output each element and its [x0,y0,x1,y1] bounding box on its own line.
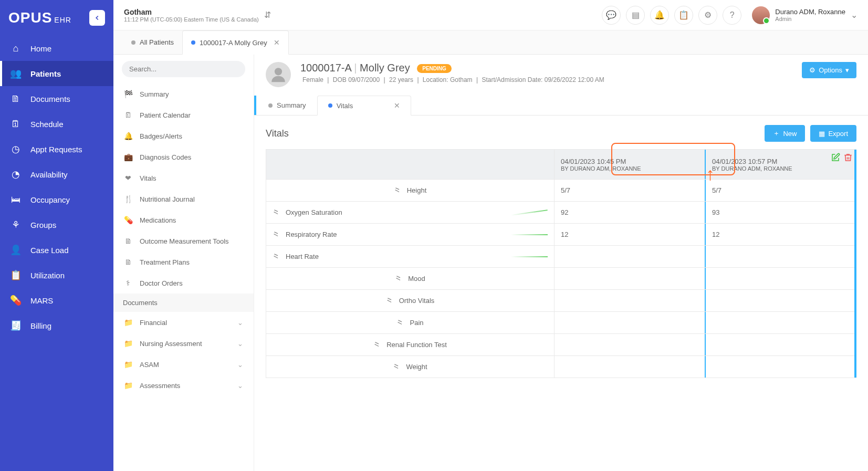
user-name: Durano ADM, Roxanne [775,8,845,16]
bell-button[interactable]: 🔔 [650,6,669,25]
sub-label: Patient Calendar [140,111,191,119]
table-row: ⺀Height5/75/7 [266,179,856,201]
row-label-cell: ⺀Heart Rate [266,246,554,267]
vital-label: Oxygen Saturation [286,208,342,216]
table-cell [705,290,856,311]
close-icon[interactable]: ✕ [274,38,280,47]
vital-icon: ⺀ [395,274,403,284]
chat-button[interactable]: 💬 [602,6,621,25]
nav-billing[interactable]: 🧾Billing [0,313,113,338]
nav-patients[interactable]: 👥Patients [0,61,113,86]
new-button[interactable]: ＋New [765,125,805,142]
tab-dot-icon [328,103,332,108]
help-icon: ? [730,11,735,20]
tab-label: 1000017-A Molly Grey [200,39,267,47]
sub-dx[interactable]: 💼Diagnosis Codes [113,146,254,168]
sub-outcome[interactable]: 🗎Outcome Measurement Tools [113,231,254,252]
btn-label: New [783,130,797,138]
nav-label: Documents [30,95,70,103]
tasks-button[interactable]: 📋 [674,6,693,25]
collapse-button[interactable] [89,10,105,26]
calendar-icon: 🗓 [124,111,132,119]
doc-nursing[interactable]: 📁Nursing Assessment⌄ [113,333,254,354]
patient-menu: 🏁Summary 🗓Patient Calendar 🔔Badges/Alert… [113,83,254,294]
nav-label: Schedule [30,120,64,129]
nav-occupancy[interactable]: 🛏Occupancy [0,187,113,212]
chevron-down-icon: ⌄ [851,10,857,20]
close-icon[interactable]: ✕ [394,101,400,110]
nav-documents[interactable]: 🗎Documents [0,86,113,111]
home-icon: ⌂ [11,43,21,54]
sub-label: Badges/Alerts [140,132,182,140]
search-input[interactable] [122,61,245,77]
sub-nutrition[interactable]: 🍴Nutritional Journal [113,189,254,210]
delete-icon[interactable] [843,153,853,162]
help-button[interactable]: ? [723,6,741,25]
tab-all-patients[interactable]: All Patients [123,30,182,54]
user-menu[interactable]: Durano ADM, Roxanne Admin ⌄ [752,6,857,24]
doc-asam[interactable]: 📁ASAM⌄ [113,354,254,375]
search-box [122,61,245,77]
nav-utilization[interactable]: 📋Utilization [0,263,113,288]
vital-icon: ⺀ [373,340,381,350]
sub-meds[interactable]: 💊Medications [113,210,254,231]
caret-down-icon: ▾ [845,66,849,74]
patient-meta: Female | DOB 09/07/2000 | 22 years | Loc… [300,76,792,83]
sub-tx[interactable]: 🗎Treatment Plans [113,252,254,273]
nav-groups[interactable]: ⚘Groups [0,212,113,237]
bell-icon: 🔔 [124,132,132,140]
sub-calendar[interactable]: 🗓Patient Calendar [113,104,254,125]
column-header[interactable]: 04/01/2023 10:57 PMBY DURANO ADM, ROXANN… [705,150,856,179]
gear-icon: ⚙ [809,66,815,74]
nav-mars[interactable]: 💊MARS [0,288,113,313]
inner-tab-label: Summary [277,101,306,109]
utensils-icon: 🍴 [124,195,132,203]
export-button[interactable]: ▦Export [810,125,856,142]
settings-button[interactable]: ⚙ [698,6,717,25]
table-row: ⺀Pain [266,311,856,333]
inner-tab-summary[interactable]: Summary [257,96,317,115]
availability-icon: ◔ [11,169,21,180]
nav-caseload[interactable]: 👤Case Load [0,237,113,263]
documents-header: Documents [113,294,254,312]
column-header[interactable]: 04/01/2023 10:45 PMBY DURANO ADM, ROXANN… [554,150,705,179]
inner-tabs: Summary Vitals ✕ [254,96,868,116]
options-button[interactable]: ⚙ Options ▾ [802,62,856,78]
folder-icon: 📁 [124,318,132,327]
sub-label: Nutritional Journal [140,195,195,203]
nav-appt[interactable]: ◷Appt Requests [0,137,113,162]
chevron-left-icon [93,14,101,22]
folder-icon: 📁 [124,360,132,369]
sub-summary[interactable]: 🏁Summary [113,83,254,104]
patient-name: Molly Grey [360,62,410,74]
nav-label: Billing [30,321,51,330]
note-button[interactable]: ▤ [626,6,645,25]
nav-label: MARS [30,296,53,305]
nav-label: Groups [30,221,56,229]
nav-label: Utilization [30,271,65,280]
nav-home[interactable]: ⌂Home [0,36,113,61]
edit-icon[interactable] [831,153,840,162]
nav-schedule[interactable]: 🗓Schedule [0,111,113,137]
nav-label: Occupancy [30,195,70,204]
doc-assess[interactable]: 📁Assessments⌄ [113,375,254,396]
sub-orders[interactable]: ⚕Doctor Orders [113,273,254,294]
vital-icon: ⺀ [394,185,402,195]
nav-availability[interactable]: ◔Availability [0,162,113,187]
table-row: ⺀Heart Rate [266,245,856,267]
row-label-cell: ⺀Respiratory Rate [266,224,554,245]
nav-label: Patients [30,69,61,78]
inner-tab-vitals[interactable]: Vitals ✕ [317,96,412,116]
chat-icon: 💬 [606,10,616,20]
chevron-down-icon: ⌄ [237,340,243,348]
table-row: ⺀Ortho Vitals [266,289,856,311]
tab-patient[interactable]: 1000017-A Molly Grey ✕ [182,30,289,55]
sub-vitals[interactable]: ❤Vitals [113,168,254,189]
table-row: ⺀Weight [266,355,856,378]
doc-financial[interactable]: 📁Financial⌄ [113,312,254,333]
sub-badges[interactable]: 🔔Badges/Alerts [113,125,254,146]
location-selector[interactable]: Gotham 11:12 PM (UTC-05:00) Eastern Time… [124,8,271,23]
vitals-title: Vitals [266,128,289,139]
billing-icon: 🧾 [11,320,21,331]
row-label-cell: ⺀Ortho Vitals [266,290,554,311]
